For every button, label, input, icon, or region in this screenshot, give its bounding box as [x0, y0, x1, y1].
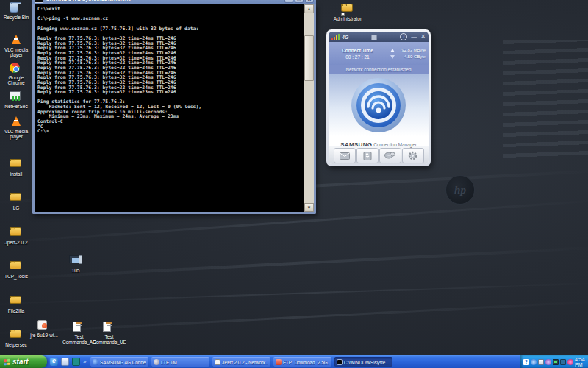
- samsung-brand: SAMSUNG: [340, 141, 372, 148]
- hp-logo-text: hp: [454, 184, 466, 197]
- cmd-app-icon: [337, 359, 343, 365]
- sms-button[interactable]: [334, 148, 356, 163]
- folder-icon: [10, 159, 21, 167]
- gear-icon: [408, 151, 417, 160]
- wallpaper-swirl: [503, 40, 588, 158]
- scroll-up-arrow[interactable]: ▲: [304, 4, 314, 13]
- start-button[interactable]: start: [0, 355, 47, 368]
- network-tray-icon[interactable]: [553, 359, 559, 365]
- desktop-icon-label: TCP_Tools: [1, 274, 32, 279]
- desktop-icon-jre[interactable]: jre-6u19-wi...: [26, 319, 62, 338]
- minimize-button[interactable]: -: [284, 0, 293, 3]
- connect-time-label: Connect Time: [342, 48, 373, 53]
- quick-launch: »: [50, 357, 86, 367]
- wallpaper-band: [0, 282, 588, 305]
- start-label: start: [12, 358, 29, 366]
- desktop-icon-test-commands-ue[interactable]: Test Commands_UE: [93, 321, 126, 344]
- desktop-icon-install[interactable]: install: [1, 157, 32, 177]
- desktop-icon-label: VLC media player: [1, 47, 32, 57]
- chat-button[interactable]: [379, 148, 401, 163]
- desktop-icon-label: Recycle Bin: [1, 15, 32, 20]
- desktop-icon-label: FileZilla: [1, 308, 32, 314]
- lte-app-icon: [154, 359, 159, 365]
- task-button-ftp-download[interactable]: FTP_Download_2.5G...: [273, 357, 331, 367]
- desktop-icon-label: Administrator: [332, 16, 363, 21]
- desktop: hp Recycle Bin VLC media player Google C…: [0, 0, 588, 355]
- desktop-icon-label: Netpersec: [1, 342, 32, 347]
- phonebook-button[interactable]: [356, 148, 379, 163]
- quick-launch-overflow-chevron[interactable]: »: [83, 358, 86, 365]
- minimize-icon[interactable]: —: [411, 34, 417, 40]
- task-button-samsung[interactable]: SAMSUNG 4G Connec...: [90, 357, 148, 367]
- connection-status-text: Network connection established: [329, 65, 429, 74]
- desktop-icon-label: LG: [1, 205, 32, 210]
- hp-logo: hp: [445, 175, 475, 205]
- media-player-icon[interactable]: [72, 358, 80, 366]
- scrollbar-thumb[interactable]: [304, 35, 314, 81]
- jperf-app-icon: [215, 359, 220, 365]
- close-icon[interactable]: ✕: [420, 34, 426, 40]
- console-output[interactable]: C:\>exit C:\>ping -t www.seznam.cz Pingi…: [35, 4, 304, 212]
- connection-tray-icon[interactable]: [531, 359, 537, 365]
- scrollbar[interactable]: ▲ ▼: [304, 4, 314, 212]
- desktop-icon-vlc[interactable]: VLC media player: [1, 33, 32, 57]
- task-button-jperf[interactable]: JPerf 2.0.2 - Network...: [212, 357, 270, 367]
- java-installer-icon: [37, 320, 47, 330]
- folder-icon: [10, 227, 21, 236]
- desktop-icon-105[interactable]: 105: [60, 254, 91, 273]
- taskbar: start » SAMSUNG 4G Connec... LTE TM JPer…: [0, 355, 588, 368]
- samsung-brand-suffix: Connection Manager: [373, 142, 416, 147]
- phonebook-icon: [363, 152, 372, 160]
- scroll-down-arrow[interactable]: ▼: [304, 203, 314, 212]
- task-button-cmd[interactable]: C:\WINDOWS\syste...: [334, 357, 392, 367]
- status-tray-icon[interactable]: [567, 359, 573, 365]
- desktop-icon-recycle-bin[interactable]: Recycle Bin: [1, 1, 32, 20]
- desktop-icon-label: 105: [60, 268, 91, 273]
- text-file-icon: [103, 322, 111, 332]
- recycle-bin-icon: [10, 2, 18, 13]
- close-button[interactable]: x: [305, 0, 314, 3]
- help-tray-icon[interactable]: ?: [523, 359, 529, 365]
- desktop-icon-test-commands-as[interactable]: Test Commands_AS: [62, 321, 96, 344]
- text-file-icon: [73, 322, 81, 332]
- samsung-connection-manager-window: 4G i — ✕ Connect Time 00 : 27 : 21 92.83…: [326, 29, 431, 166]
- folder-icon: [10, 330, 21, 338]
- task-label: JPerf 2.0.2 - Network...: [222, 360, 268, 365]
- desktop-icon-tcp-tools[interactable]: TCP_Tools: [1, 259, 32, 279]
- desktop-icon-label: install: [1, 171, 32, 177]
- show-desktop-icon[interactable]: [61, 358, 69, 366]
- download-value: 4.50 GByte: [404, 54, 426, 59]
- chrome-icon: [10, 63, 20, 73]
- task-label: FTP_Download_2.5G...: [283, 360, 329, 365]
- desktop-icon-netpersec[interactable]: NetPerSec: [1, 90, 32, 109]
- samsung-brand-row: SAMSUNGConnection Manager: [329, 136, 429, 146]
- system-tray: ? 4:54 PM: [520, 355, 588, 368]
- info-icon[interactable]: i: [400, 33, 407, 40]
- agent-tray-icon[interactable]: [545, 359, 551, 365]
- taskbar-clock[interactable]: 4:54 PM: [575, 357, 588, 367]
- desktop-icon-chrome[interactable]: Google Chrome: [1, 62, 32, 85]
- desktop-icon-jperf[interactable]: Jperf-2.0.2: [1, 225, 32, 245]
- samsung-title-bar[interactable]: 4G i — ✕: [329, 32, 429, 42]
- desktop-icon-filezilla[interactable]: FileZilla: [1, 294, 32, 314]
- vlc-cone-icon: [12, 35, 21, 44]
- samsung-logo-area: [329, 74, 429, 136]
- desktop-icon-administrator[interactable]: Administrator: [332, 1, 363, 21]
- folder-icon: [10, 296, 21, 304]
- display-tray-icon[interactable]: [538, 359, 544, 365]
- upload-arrow-icon: [390, 49, 395, 52]
- desktop-icon-vlc-2[interactable]: VLC media player: [1, 115, 32, 139]
- network-computer-icon: [69, 255, 80, 263]
- envelope-icon: [340, 152, 350, 160]
- desktop-icon-lg[interactable]: LG: [1, 191, 32, 210]
- ftp-app-icon: [276, 359, 282, 365]
- desktop-icon-label: Test Commands_UE: [93, 334, 126, 344]
- cmd-window: C:\WINDOWS\system32\cmd.exe - □ x C:\>ex…: [32, 4, 316, 214]
- settings-button[interactable]: [402, 148, 424, 163]
- task-button-lte-tm[interactable]: LTE TM: [151, 357, 209, 367]
- desktop-icon-label: Jperf-2.0.2: [1, 240, 32, 245]
- internet-explorer-icon[interactable]: [50, 358, 58, 366]
- upload-value: 92.83 MByte: [401, 48, 426, 52]
- maximize-button[interactable]: □: [295, 0, 304, 3]
- lan-tray-icon[interactable]: [560, 359, 566, 365]
